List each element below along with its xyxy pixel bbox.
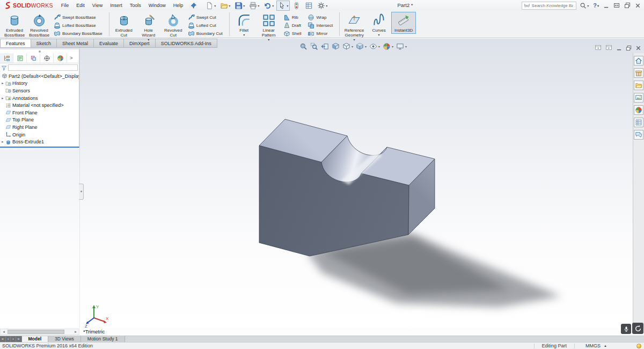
units-dropdown-arrow[interactable]: ▲ (604, 344, 607, 347)
sync-refresh-button[interactable] (632, 323, 643, 334)
search-input[interactable] (531, 3, 575, 9)
filter-input[interactable] (8, 64, 78, 71)
tree-item-sensors[interactable]: Sensors (0, 87, 79, 94)
design-library-button[interactable] (634, 68, 643, 78)
menu-help[interactable]: Help (170, 0, 187, 11)
revolved-boss-base-button[interactable]: RevolvedBoss/Base (27, 12, 52, 39)
scroll-left-arrow[interactable]: ◂ (1, 330, 7, 334)
tab-scroll-buttons[interactable]: «‹›» (0, 336, 22, 342)
view-orientation-dropdown-arrow[interactable]: ▾ (352, 45, 353, 48)
display-style-dropdown-arrow[interactable]: ▾ (365, 45, 367, 48)
bottom-tab-motion-study-1[interactable]: Motion Study 1 (81, 336, 125, 342)
zoom-to-area-button[interactable] (310, 42, 318, 50)
panel-tab-propertymanager[interactable] (13, 53, 27, 63)
tree-item-annotations[interactable]: ▸Annotations (0, 94, 79, 102)
quick-tip-icon[interactable] (636, 344, 641, 348)
fillet-button[interactable]: Fillet▾ (232, 12, 257, 38)
expand-button[interactable] (612, 2, 621, 9)
menu-view[interactable]: View (89, 0, 106, 11)
visual-style-button[interactable] (291, 1, 302, 11)
shell-button[interactable]: Shell (282, 30, 303, 38)
draft-button[interactable]: Draft (282, 21, 303, 30)
tree-item-top[interactable]: Top Plane (0, 117, 79, 124)
tab-sheet-metal[interactable]: Sheet Metal (57, 39, 94, 48)
tree-item-front[interactable]: Front Plane (0, 109, 79, 117)
undo-button[interactable]: ▾ (262, 1, 275, 11)
save-dropdown-arrow[interactable]: ▾ (243, 4, 245, 8)
wrap-button[interactable]: Wrap (306, 13, 334, 21)
revolved-cut-button[interactable]: RevolvedCut (161, 12, 186, 39)
open-dropdown-arrow[interactable]: ▾ (229, 4, 230, 8)
panel-tab-displaymanager[interactable] (54, 53, 67, 63)
scroll-right-arrow[interactable]: ▸ (72, 330, 79, 334)
swept-boss-base-button[interactable]: Swept Boss/Base (53, 13, 104, 21)
scrollbar-track[interactable] (7, 329, 72, 335)
menu-edit[interactable]: Edit (72, 0, 89, 11)
help-button[interactable]: ?▾ (592, 2, 600, 9)
scrollbar-thumb[interactable] (8, 330, 64, 334)
expand-arrow-icon[interactable]: ▸ (0, 96, 5, 100)
reference-geometry-dropdown-arrow[interactable]: ▾ (354, 38, 355, 41)
curves-button[interactable]: Curves▾ (367, 12, 391, 38)
bottom-tab-model[interactable]: Model (22, 336, 49, 342)
display-style-button[interactable]: ▾ (356, 42, 367, 50)
pane-split-right-icon[interactable] (605, 43, 612, 53)
linear-pattern-button[interactable]: LinearPattern▾ (257, 12, 281, 42)
previous-view-button[interactable] (321, 42, 329, 50)
options-dropdown-arrow[interactable]: ▾ (326, 4, 327, 8)
tree-item-right[interactable]: Right Plane (0, 123, 79, 131)
curves-dropdown-arrow[interactable]: ▾ (378, 33, 380, 37)
new-dropdown-arrow[interactable]: ▾ (214, 4, 216, 8)
view-settings-button[interactable]: ▾ (396, 42, 407, 50)
panel-tab-dimxpertmanager[interactable] (40, 53, 54, 63)
section-view-button[interactable] (332, 42, 340, 50)
view-palette-button[interactable] (634, 93, 643, 103)
units-label[interactable]: MMGS (586, 343, 601, 348)
expand-arrow-icon[interactable]: ▸ (0, 81, 5, 85)
hole-wizard-button[interactable]: HoleWizard▾ (136, 12, 161, 42)
panel-tab-featuremanager-tree[interactable] (0, 53, 13, 63)
appearances-scenes-button[interactable] (634, 105, 643, 115)
boundary-boss-base-button[interactable]: Boundary Boss/Base (53, 30, 104, 38)
mirror-button[interactable]: Mirror (306, 30, 334, 38)
edit-appearance-dropdown-arrow[interactable]: ▾ (392, 45, 393, 48)
menu-tools[interactable]: Tools (126, 0, 145, 11)
search-button[interactable]: ▾ (579, 2, 590, 9)
panel-tab-configurationmanager[interactable] (27, 53, 40, 63)
tab-scroll-next[interactable]: › (11, 336, 16, 342)
fillet-dropdown-arrow[interactable]: ▾ (243, 33, 245, 37)
close-button[interactable] (634, 3, 642, 9)
undo-dropdown-arrow[interactable]: ▾ (272, 4, 274, 8)
hide-show-items-button[interactable]: ▾ (369, 42, 380, 50)
open-button[interactable]: ▾ (218, 1, 232, 11)
hole-wizard-dropdown-arrow[interactable]: ▾ (148, 38, 149, 41)
print-dropdown-arrow[interactable]: ▾ (258, 4, 259, 8)
doc-minimize-button[interactable] (616, 43, 622, 53)
menu-window[interactable]: Window (145, 0, 170, 11)
properties-button[interactable] (303, 1, 314, 11)
tab-scroll-last[interactable]: » (16, 336, 22, 342)
viewport-3d[interactable]: FeaturesSketchSheet MetalEvaluateDimXper… (0, 39, 644, 328)
pane-split-icon[interactable] (595, 43, 602, 53)
boundary-cut-button[interactable]: Boundary Cut (187, 30, 224, 38)
tree-root-item[interactable]: Part2 (Default<<Default>_Display State (0, 72, 79, 80)
zoom-to-fit-button[interactable] (299, 42, 308, 50)
save-button[interactable]: ▾ (233, 1, 246, 11)
swept-cut-button[interactable]: Swept Cut (187, 13, 224, 21)
extruded-boss-base-button[interactable]: ExtrudedBoss/Base (2, 12, 27, 39)
hide-show-items-dropdown-arrow[interactable]: ▾ (378, 45, 380, 48)
extruded-cut-button[interactable]: ExtrudedCut (112, 12, 136, 39)
view-orientation-button[interactable]: ▾ (342, 42, 353, 50)
file-explorer-button[interactable] (634, 81, 643, 90)
reference-geometry-button[interactable]: ReferenceGeometry▾ (342, 12, 367, 42)
panel-splitter-handle[interactable] (79, 184, 84, 200)
tab-scroll-first[interactable]: « (0, 336, 6, 342)
rib-button[interactable]: Rib (282, 13, 303, 21)
intersect-button[interactable]: Intersect (306, 21, 334, 30)
solidworks-resources-button[interactable] (634, 56, 643, 66)
tab-sketch[interactable]: Sketch (31, 39, 57, 48)
select-button[interactable]: ▾ (276, 1, 290, 11)
microphone-button[interactable] (621, 324, 631, 334)
linear-pattern-dropdown-arrow[interactable]: ▾ (268, 38, 269, 41)
pin-menu-icon[interactable] (190, 2, 197, 9)
